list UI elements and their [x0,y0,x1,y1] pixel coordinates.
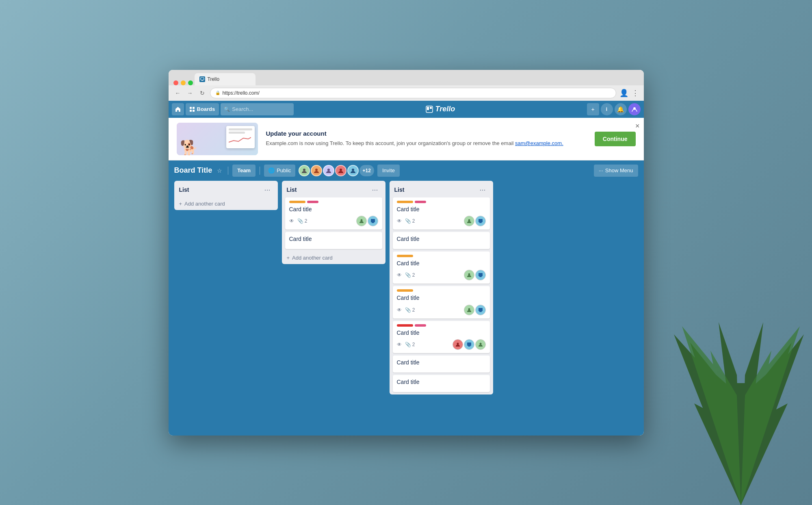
list-3: List ··· Card title [390,181,493,394]
browser-chrome: Trello ← → ↻ 🔒 https://trello.com/ 👤 ⋮ [169,70,644,101]
address-bar[interactable]: 🔒 https://trello.com/ [210,88,616,98]
add-card-button-1[interactable]: + Add another card [174,197,278,210]
card-labels [289,201,378,203]
member-avatar-1[interactable] [299,165,310,176]
list-item[interactable]: Card title 👁 📎 2 [393,251,490,284]
list-item[interactable]: Card title [393,232,490,249]
card-avatar-green [464,270,474,280]
watch-badge: 👁 [397,307,402,313]
close-banner-button[interactable]: × [635,122,640,130]
member-count: +12 [359,165,374,176]
card-members [464,305,486,315]
card-footer: 👁 📎 2 [289,216,378,226]
tab-favicon [199,76,205,82]
card-labels [397,201,486,203]
list-item[interactable]: Card title [285,232,382,249]
watch-badge: 👁 [397,218,402,224]
board-title: Board Title [174,166,212,175]
browser-controls: ← → ↻ 🔒 https://trello.com/ 👤 ⋮ [169,85,644,101]
svg-rect-26 [479,311,482,312]
minimize-traffic-light[interactable] [181,80,186,85]
watch-badge: 👁 [397,342,402,347]
notifications-button[interactable]: 🔔 [615,103,627,115]
team-button[interactable]: Team [232,165,256,177]
card-label-orange [289,201,305,203]
card-members [356,216,378,226]
update-banner: 🐕 Update your account Example.com is now… [169,118,644,160]
invite-button[interactable]: Invite [377,165,400,177]
add-card-button-2[interactable]: + Add another card [282,251,385,264]
card-title: Card title [397,329,486,337]
svg-rect-23 [479,276,482,277]
attachment-badge: 📎 2 [405,218,415,224]
list-item[interactable]: Card title 👁 📎 2 [393,197,490,230]
banner-email-link[interactable]: sam@example.com. [515,140,563,146]
card-members [464,270,486,280]
add-button[interactable]: + [587,103,599,115]
search-input[interactable] [221,103,294,115]
card-label-orange [397,201,413,203]
board-header: Board Title ☆ Team 🌐 Public [169,160,644,181]
continue-button[interactable]: Continue [595,132,636,146]
list-item[interactable]: Card title 👁 📎 2 [393,286,490,319]
card-avatar-blue [475,216,486,226]
card-labels [397,324,486,327]
list-item[interactable]: Card title [393,355,490,373]
attachment-badge: 📎 2 [405,307,415,313]
user-avatar[interactable] [628,103,641,115]
boards-button[interactable]: Boards [186,103,219,115]
attachment-badge: 📎 2 [297,218,307,224]
lists-container: List ··· + Add another card List [169,181,644,436]
list-3-header: List ··· [390,181,493,197]
banner-title: Update your account [266,130,587,137]
svg-point-11 [315,169,318,171]
card-labels [397,289,486,292]
list-2-menu-button[interactable]: ··· [369,185,380,195]
card-title: Card title [397,378,486,386]
attachment-badge: 📎 2 [405,272,415,278]
svg-point-24 [468,308,470,310]
card-title: Card title [397,359,486,367]
list-item[interactable]: Card title [393,375,490,392]
profile-icon: 👤 [619,89,628,98]
card-avatar-green [464,305,474,315]
svg-rect-7 [427,107,429,110]
member-avatar-5[interactable] [347,165,359,176]
card-title: Card title [397,294,486,302]
back-button[interactable]: ← [173,89,182,98]
home-button[interactable] [172,103,184,115]
list-item[interactable]: Card title 👁 📎 2 [393,321,490,353]
reload-button[interactable]: ↻ [198,89,207,98]
globe-icon: 🌐 [268,167,275,173]
svg-rect-19 [479,219,483,222]
member-avatar-3[interactable] [323,165,334,176]
show-menu-label: Show Menu [605,167,633,173]
card-avatar-1 [356,216,367,226]
forward-button[interactable]: → [186,89,195,98]
star-button[interactable]: ☆ [215,166,224,176]
svg-rect-20 [479,222,482,223]
member-avatar-2[interactable] [311,165,322,176]
svg-rect-16 [371,219,375,222]
close-traffic-light[interactable] [173,80,178,85]
card-avatar-blue [475,270,486,280]
list-1-menu-button[interactable]: ··· [262,185,273,195]
info-button[interactable]: i [601,103,613,115]
maximize-traffic-light[interactable] [188,80,193,85]
list-3-menu-button[interactable]: ··· [477,185,488,195]
card-badges: 👁 📎 2 [397,272,415,278]
list-item[interactable]: Card title 👁 📎 2 [285,197,382,230]
list-1-title: List [179,186,189,193]
card-avatar-2 [368,216,378,226]
member-avatar-4[interactable] [335,165,346,176]
svg-rect-28 [467,342,471,346]
plant-decoration [670,261,812,505]
svg-rect-5 [193,110,195,112]
browser-tab[interactable]: Trello [195,73,256,85]
browser-menu-icon[interactable]: ⋮ [632,89,639,98]
card-label-red [397,324,413,327]
card-title: Card title [397,260,486,268]
public-button[interactable]: 🌐 Public [264,165,295,177]
card-title: Card title [289,206,378,214]
show-menu-button[interactable]: ··· Show Menu [594,165,638,177]
